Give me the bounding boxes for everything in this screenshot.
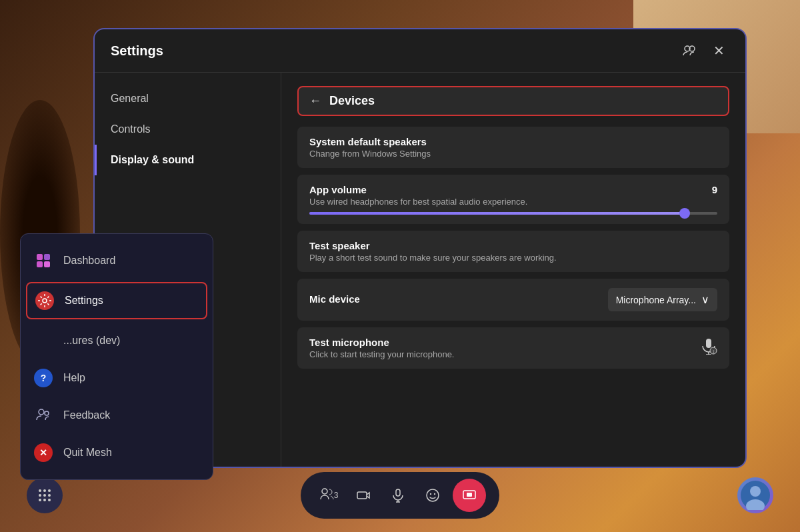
system-speakers-info: System default speakers Change from Wind…: [309, 136, 717, 159]
svg-point-19: [48, 494, 51, 497]
nav-item-display-sound[interactable]: Display & sound: [95, 145, 281, 175]
app-volume-subtitle: Use wired headphones for best spatial au…: [309, 197, 527, 207]
profile-switch-button[interactable]: [679, 40, 700, 61]
nav-label-controls: Controls: [111, 123, 151, 135]
settings-header-actions: ✕: [679, 40, 729, 61]
help-icon: ?: [34, 369, 53, 387]
feedback-icon: [34, 406, 53, 425]
svg-point-34: [750, 486, 761, 497]
menu-item-help[interactable]: ? Help: [21, 359, 213, 397]
participants-count: 3: [334, 491, 339, 500]
emoji-button[interactable]: [418, 481, 447, 510]
chevron-down-icon: ∨: [701, 293, 709, 306]
svg-point-13: [45, 411, 49, 415]
test-microphone-button[interactable]: ↕: [700, 337, 717, 359]
system-speakers-row: System default speakers Change from Wind…: [297, 127, 729, 168]
mic-device-title: Mic device: [309, 293, 608, 305]
quit-icon: ✕: [34, 443, 53, 462]
test-speaker-subtitle: Play a short test sound to make sure you…: [309, 253, 717, 263]
svg-point-29: [430, 493, 431, 495]
menu-label-settings: Settings: [65, 295, 103, 307]
volume-slider-container: [309, 212, 717, 215]
camera-button[interactable]: [349, 481, 378, 510]
menu-item-features[interactable]: ...ures (dev): [21, 322, 213, 359]
svg-point-22: [48, 499, 51, 501]
svg-point-23: [322, 489, 327, 494]
user-avatar[interactable]: [737, 477, 773, 513]
participants-icon: [319, 487, 334, 505]
svg-rect-8: [44, 254, 50, 260]
svg-rect-7: [37, 254, 43, 260]
participants-button[interactable]: 3: [314, 481, 343, 510]
settings-icon: [35, 291, 54, 310]
app-volume-value: 9: [712, 184, 717, 195]
menu-item-dashboard[interactable]: Dashboard: [21, 242, 213, 279]
system-speakers-subtitle: Change from Windows Settings: [309, 149, 717, 159]
nav-item-general[interactable]: General: [95, 83, 281, 114]
svg-point-11: [43, 299, 47, 303]
svg-point-21: [43, 499, 46, 501]
nav-item-controls[interactable]: Controls: [95, 114, 281, 145]
devices-header[interactable]: ← Devices: [297, 86, 729, 116]
volume-slider-track[interactable]: [309, 212, 717, 215]
test-speaker-info: Test speaker Play a short test sound to …: [309, 240, 717, 263]
settings-title: Settings: [111, 43, 163, 59]
camera-icon: [356, 488, 371, 503]
volume-slider-thumb[interactable]: [679, 208, 690, 219]
svg-rect-2: [706, 339, 711, 348]
avatar-icon: [741, 481, 770, 510]
test-speaker-title: Test speaker: [309, 240, 717, 251]
screen-share-icon: [462, 488, 477, 503]
mic-taskbar-icon: [391, 488, 405, 503]
svg-rect-24: [357, 492, 367, 499]
menu-item-settings[interactable]: Settings: [26, 282, 207, 319]
mic-dropdown-label: Microphone Array...: [616, 295, 696, 305]
system-speakers-title: System default speakers: [309, 136, 717, 147]
svg-point-28: [427, 489, 439, 501]
taskbar-left: [27, 477, 63, 513]
back-arrow-icon: ←: [309, 94, 321, 108]
microphone-icon: ↕: [700, 337, 717, 355]
svg-rect-25: [396, 489, 400, 496]
nav-label-general: General: [111, 93, 149, 105]
svg-point-30: [434, 493, 435, 495]
svg-point-15: [43, 489, 46, 492]
mic-device-info: Mic device: [309, 293, 608, 306]
mic-device-row: Mic device Microphone Array... ∨: [297, 279, 729, 321]
menu-label-features: ...ures (dev): [63, 335, 120, 347]
svg-point-14: [39, 489, 41, 492]
taskbar-right: [737, 477, 773, 513]
close-button[interactable]: ✕: [708, 40, 729, 61]
settings-content: ← Devices System default speakers Change…: [281, 73, 745, 467]
menu-label-quit: Quit Mesh: [63, 447, 112, 459]
settings-header: Settings ✕: [95, 29, 745, 73]
microphone-button[interactable]: [383, 481, 413, 510]
close-icon: ✕: [713, 43, 725, 59]
grid-icon: [37, 488, 52, 503]
volume-row-top: App volume Use wired headphones for best…: [309, 184, 717, 207]
app-volume-row: App volume Use wired headphones for best…: [297, 175, 729, 224]
dashboard-icon: [34, 251, 53, 270]
menu-label-help: Help: [63, 372, 85, 384]
taskbar-center: 3: [301, 472, 499, 519]
menu-item-quit[interactable]: ✕ Quit Mesh: [21, 434, 213, 471]
menu-label-dashboard: Dashboard: [63, 255, 115, 267]
svg-rect-32: [467, 493, 472, 497]
svg-point-18: [43, 494, 46, 497]
svg-text:↕: ↕: [712, 349, 715, 355]
test-microphone-subtitle: Click to start testing your microphone.: [309, 349, 700, 359]
svg-rect-10: [44, 261, 50, 267]
app-volume-title: App volume: [309, 184, 527, 195]
grid-menu-button[interactable]: [27, 477, 63, 513]
mic-device-dropdown[interactable]: Microphone Array... ∨: [608, 288, 717, 311]
svg-point-20: [39, 499, 41, 501]
svg-rect-9: [37, 261, 43, 267]
svg-point-16: [48, 489, 51, 492]
menu-item-feedback[interactable]: Feedback: [21, 397, 213, 434]
nav-label-display-sound: Display & sound: [111, 154, 194, 166]
screen-share-button[interactable]: [453, 479, 486, 512]
test-speaker-row[interactable]: Test speaker Play a short test sound to …: [297, 231, 729, 272]
test-microphone-row: Test microphone Click to start testing y…: [297, 327, 729, 369]
svg-point-17: [39, 494, 41, 497]
menu-label-feedback: Feedback: [63, 409, 110, 421]
